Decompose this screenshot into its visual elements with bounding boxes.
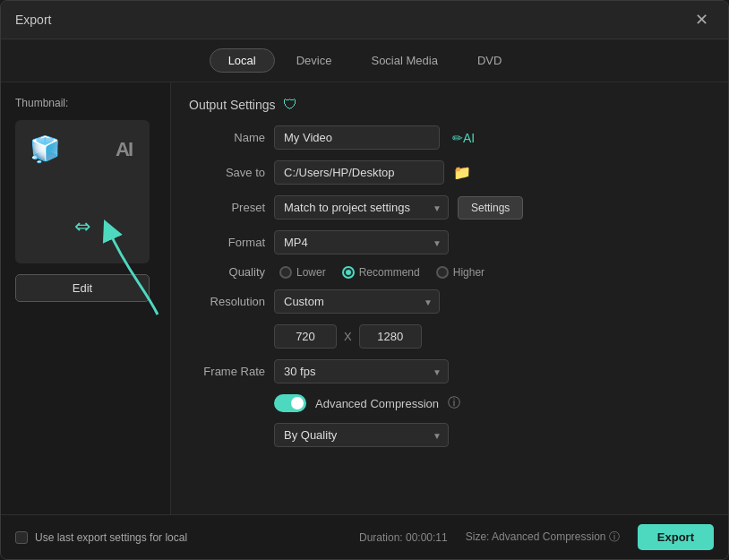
size-info: Size: Advanced Compression ⓘ	[466, 530, 620, 545]
preset-select[interactable]: Match to project settings Custom High Qu…	[274, 195, 449, 220]
output-heading-text: Output Settings	[189, 98, 276, 112]
name-input[interactable]	[274, 125, 440, 150]
advanced-help-icon[interactable]: ⓘ	[448, 395, 460, 411]
preset-label: Preset	[189, 201, 265, 214]
format-select[interactable]: MP4 MOV AVI	[274, 230, 449, 254]
quality-higher-circle	[436, 266, 449, 279]
output-heading: Output Settings 🛡	[189, 97, 710, 113]
compression-mode-select[interactable]: By Quality By Bitrate	[274, 423, 449, 447]
save-to-row: Save to 📁	[189, 160, 710, 185]
title-bar: Export ✕	[1, 1, 728, 39]
format-select-wrap: MP4 MOV AVI ▼	[274, 230, 449, 254]
export-button[interactable]: Export	[638, 524, 714, 550]
compression-select-wrap: By Quality By Bitrate ▼	[274, 423, 449, 447]
preset-select-wrap: Match to project settings Custom High Qu…	[274, 195, 449, 220]
quality-higher-label: Higher	[453, 266, 485, 279]
footer-left: Use last export settings for local	[15, 531, 187, 544]
quality-label: Quality	[189, 265, 265, 279]
quality-recommend-label: Recommend	[359, 266, 420, 279]
settings-panel: Output Settings 🛡 Name ✏AI Save to 📁 Pre…	[171, 82, 728, 514]
resolution-width-input[interactable]	[274, 324, 337, 349]
output-heading-icon: 🛡	[283, 97, 297, 113]
format-label: Format	[189, 236, 265, 249]
advanced-compression-toggle[interactable]	[274, 394, 306, 412]
compression-mode-row: By Quality By Bitrate ▼	[274, 423, 710, 447]
name-row: Name ✏AI	[189, 125, 710, 150]
sidebar: Thumbnail: 🧊 AI ⇔ Edit	[1, 82, 171, 514]
frame-rate-label: Frame Rate	[189, 365, 265, 378]
use-last-settings-label: Use last export settings for local	[35, 531, 187, 544]
frame-rate-select-wrap: 24 fps 30 fps 60 fps ▼	[274, 359, 449, 383]
footer: Use last export settings for local Durat…	[1, 514, 728, 559]
export-dialog: Export ✕ Local Device Social Media DVD T…	[0, 0, 729, 560]
thumbnail-box: 🧊 AI ⇔	[15, 120, 150, 263]
quality-lower[interactable]: Lower	[279, 266, 326, 279]
advanced-compression-row: Advanced Compression ⓘ	[274, 394, 710, 412]
quality-recommend[interactable]: Recommend	[342, 266, 420, 279]
thumbnail-label: Thumbnail:	[15, 97, 156, 109]
resolution-height-input[interactable]	[359, 324, 422, 349]
close-button[interactable]: ✕	[690, 10, 714, 30]
resolution-x-separator: X	[344, 330, 352, 343]
name-label: Name	[189, 131, 265, 144]
quality-lower-label: Lower	[296, 266, 326, 279]
quality-radio-group: Lower Recommend Higher	[279, 266, 485, 279]
quality-recommend-circle	[342, 266, 355, 279]
folder-icon[interactable]: 📁	[453, 164, 471, 181]
dialog-title: Export	[15, 13, 51, 27]
frame-rate-select[interactable]: 24 fps 30 fps 60 fps	[274, 359, 449, 383]
ai-edit-icon[interactable]: ✏AI	[452, 131, 475, 145]
quality-higher[interactable]: Higher	[436, 266, 485, 279]
tab-bar: Local Device Social Media DVD	[1, 39, 728, 82]
main-content: Thumbnail: 🧊 AI ⇔ Edit Output Set	[1, 82, 728, 514]
quality-row: Quality Lower Recommend Higher	[189, 265, 710, 279]
cube-icon: 🧊	[30, 134, 61, 164]
tab-device[interactable]: Device	[279, 48, 350, 73]
edit-button[interactable]: Edit	[15, 274, 150, 302]
preset-row: Preset Match to project settings Custom …	[189, 195, 710, 220]
advanced-compression-label: Advanced Compression	[315, 397, 439, 410]
arrows-icon: ⇔	[74, 215, 90, 238]
footer-right: Duration: 00:00:11 Size: Advanced Compre…	[359, 524, 714, 550]
settings-button[interactable]: Settings	[458, 196, 523, 220]
format-row: Format MP4 MOV AVI ▼	[189, 230, 710, 254]
resolution-select[interactable]: Custom 1080p 720p	[274, 289, 440, 314]
use-last-settings-checkbox[interactable]	[15, 531, 28, 544]
duration-info: Duration: 00:00:11	[359, 531, 448, 544]
tab-social-media[interactable]: Social Media	[353, 48, 455, 73]
tab-dvd[interactable]: DVD	[459, 48, 519, 73]
resolution-inputs: X	[274, 324, 710, 349]
frame-rate-row: Frame Rate 24 fps 30 fps 60 fps ▼	[189, 359, 710, 383]
quality-lower-circle	[279, 266, 292, 279]
resolution-select-wrap: Custom 1080p 720p ▼	[274, 289, 440, 314]
save-to-label: Save to	[189, 166, 265, 179]
save-to-input[interactable]	[274, 160, 444, 185]
resolution-row: Resolution Custom 1080p 720p ▼	[189, 289, 710, 314]
resolution-label: Resolution	[189, 295, 265, 308]
ai-text-icon: AI	[116, 138, 132, 161]
tab-local[interactable]: Local	[210, 48, 275, 73]
